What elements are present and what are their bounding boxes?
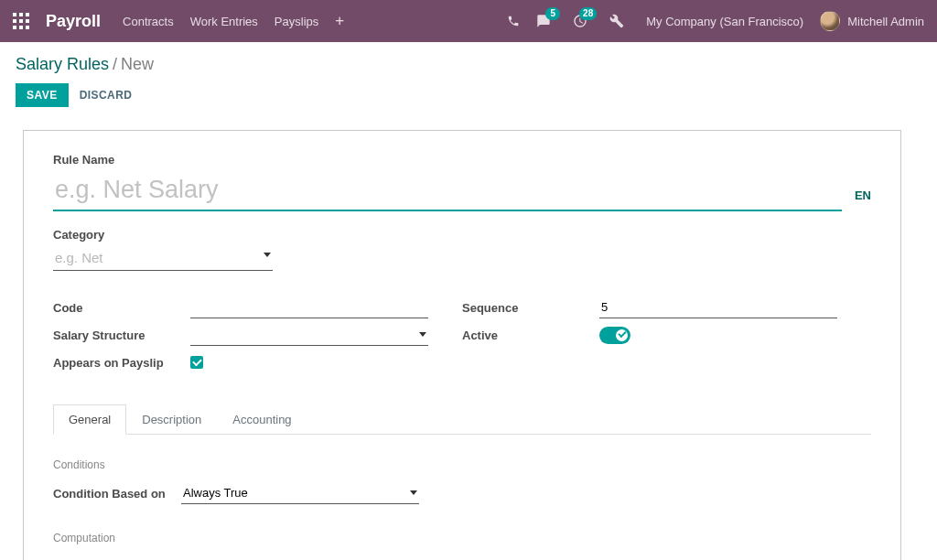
conditions-heading: Conditions [53,458,462,471]
form-scroll[interactable]: Rule Name EN Category Code Salary Struct… [0,112,924,560]
nav-contracts[interactable]: Contracts [123,15,174,28]
condition-based-label: Condition Based on [53,487,181,501]
code-label: Code [53,301,190,315]
rule-name-input[interactable] [53,172,842,211]
avatar [820,11,840,31]
plus-icon[interactable]: + [335,12,344,30]
messages-icon[interactable]: 5 [536,14,551,28]
tab-description[interactable]: Description [126,404,217,435]
chevron-down-icon [264,253,271,257]
chevron-down-icon [419,332,426,337]
messages-badge: 5 [545,7,560,20]
app-brand[interactable]: Payroll [46,12,101,31]
tab-general[interactable]: General [53,404,126,435]
breadcrumb-current: New [121,55,154,73]
sequence-input[interactable] [599,297,837,318]
activities-icon[interactable]: 28 [573,14,587,28]
company-selector[interactable]: My Company (San Francisco) [646,15,803,28]
sequence-label: Sequence [462,301,599,315]
form-sheet: Rule Name EN Category Code Salary Struct… [23,130,901,560]
category-input[interactable] [53,247,273,271]
rule-name-label: Rule Name [53,153,871,167]
active-toggle[interactable] [599,327,630,344]
tabs: General Description Accounting [53,404,871,435]
nav-payslips[interactable]: Payslips [275,15,318,28]
debug-icon[interactable] [609,14,624,28]
user-name: Mitchell Admin [847,15,924,28]
control-panel: Salary Rules/New SAVE DISCARD [0,42,937,118]
activities-badge: 28 [579,7,597,20]
salary-structure-input[interactable] [190,325,428,346]
user-menu[interactable]: Mitchell Admin [820,11,924,31]
breadcrumb: Salary Rules/New [16,55,921,74]
tab-accounting[interactable]: Accounting [217,404,307,435]
category-label: Category [53,228,273,242]
apps-icon[interactable] [13,13,29,29]
condition-based-input[interactable] [181,483,419,504]
appears-on-payslip-checkbox[interactable] [190,356,203,369]
salary-structure-label: Salary Structure [53,328,190,342]
phone-icon[interactable] [507,15,520,27]
appears-on-payslip-label: Appears on Payslip [53,356,190,370]
save-button[interactable]: SAVE [16,83,69,107]
lang-button[interactable]: EN [855,188,871,211]
nav-work-entries[interactable]: Work Entries [190,15,258,28]
computation-heading: Computation [53,532,462,544]
active-label: Active [462,328,599,342]
tab-general-panel: Conditions Condition Based on Computatio… [53,435,871,560]
chevron-down-icon [410,490,417,495]
amount-type-input[interactable] [181,556,419,561]
top-navbar: Payroll Contracts Work Entries Payslips … [0,0,937,42]
discard-button[interactable]: DISCARD [78,83,134,107]
breadcrumb-parent[interactable]: Salary Rules [16,55,109,73]
code-input[interactable] [190,297,428,318]
